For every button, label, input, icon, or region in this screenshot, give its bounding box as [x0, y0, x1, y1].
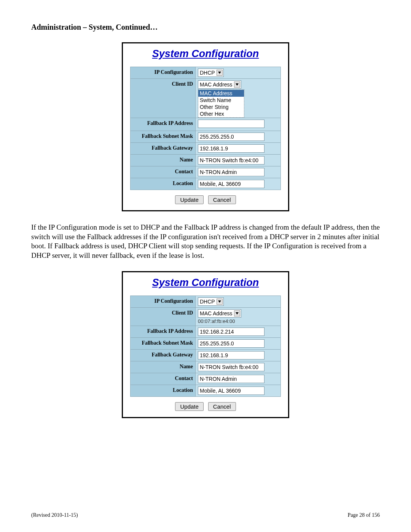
location-input[interactable]: Mobile, AL 36609 [198, 180, 264, 188]
dropdown-option[interactable]: Other String [198, 104, 244, 110]
label-fallback-ip: Fallback IP Address [131, 326, 196, 337]
dropdown-option[interactable]: Switch Name [198, 97, 244, 104]
dropdown-option[interactable]: MAC Address [198, 90, 244, 97]
cancel-button[interactable]: Cancel [208, 195, 236, 204]
row-name: Name N-TRON Switch fb:e4:00 [131, 155, 281, 166]
client-id-dropdown[interactable]: MAC Address Switch Name Other String Oth… [198, 89, 244, 118]
contact-input[interactable]: N-TRON Admin [198, 375, 264, 383]
label-name: Name [131, 155, 196, 166]
contact-input[interactable]: N-TRON Admin [198, 168, 264, 176]
label-fallback-ip: Fallback IP Address [131, 118, 196, 131]
row-location: Location Mobile, AL 36609 [131, 385, 281, 396]
row-fallback-gateway: Fallback Gateway 192.168.1.9 [131, 349, 281, 361]
row-contact: Contact N-TRON Admin [131, 166, 281, 178]
config-table-1: IP Configuration DHCP Client ID MAC Addr… [130, 67, 281, 190]
row-fallback-mask: Fallback Subnet Mask 255.255.255.0 [131, 337, 281, 349]
row-fallback-gateway: Fallback Gateway 192.168.1.9 [131, 143, 281, 155]
svg-marker-0 [218, 72, 221, 74]
label-location: Location [131, 178, 196, 190]
row-fallback-mask: Fallback Subnet Mask 255.255.255.0 [131, 131, 281, 143]
row-fallback-ip: Fallback IP Address 192.168.2.214 [131, 326, 281, 337]
config-panel-1: System Configuration IP Configuration DH… [122, 42, 289, 211]
update-button[interactable]: Update [175, 195, 203, 204]
client-id-select[interactable]: MAC Address [198, 309, 241, 318]
client-id-select[interactable]: MAC Address [198, 80, 241, 89]
row-location: Location Mobile, AL 36609 [131, 178, 281, 190]
chevron-down-icon [217, 70, 223, 76]
footer-page: Page 28 of 156 [348, 512, 380, 518]
label-fallback-mask: Fallback Subnet Mask [131, 131, 196, 143]
fallback-mask-input[interactable]: 255.255.255.0 [198, 133, 264, 141]
ip-configuration-select[interactable]: DHCP [198, 69, 224, 77]
label-location: Location [131, 385, 196, 396]
row-name: Name N-TRON Switch fb:e4:00 [131, 361, 281, 373]
fallback-mask-input[interactable]: 255.255.255.0 [198, 339, 264, 348]
dropdown-option[interactable]: Other Hex [198, 110, 244, 117]
label-name: Name [131, 361, 196, 373]
row-contact: Contact N-TRON Admin [131, 373, 281, 385]
config-table-2: IP Configuration DHCP Client ID MAC Addr… [130, 296, 281, 397]
fallback-ip-input[interactable]: 192.168.2.214 [198, 328, 264, 336]
label-client-id: Client ID [131, 307, 196, 326]
row-fallback-ip: Fallback IP Address [131, 118, 281, 131]
label-contact: Contact [131, 373, 196, 385]
select-value: DHCP [200, 299, 215, 305]
label-fallback-gateway: Fallback Gateway [131, 143, 196, 155]
panel-title: System Configuration [127, 48, 284, 60]
label-ip-configuration: IP Configuration [131, 67, 196, 79]
label-client-id: Client ID [131, 79, 196, 118]
select-value: MAC Address [200, 310, 233, 316]
svg-marker-2 [218, 300, 221, 303]
client-id-subtext: 00:07:af:fb:e4:00 [198, 318, 278, 324]
body-paragraph: If the IP Configuration mode is set to D… [31, 223, 380, 260]
label-fallback-gateway: Fallback Gateway [131, 349, 196, 361]
config-panel-2: System Configuration IP Configuration DH… [122, 271, 289, 418]
fallback-gateway-input[interactable]: 192.168.1.9 [198, 351, 264, 359]
label-fallback-mask: Fallback Subnet Mask [131, 337, 196, 349]
ip-configuration-select[interactable]: DHCP [198, 297, 224, 306]
row-client-id: Client ID MAC Address MAC Address Switch… [131, 79, 281, 118]
select-value: DHCP [200, 70, 215, 76]
row-client-id: Client ID MAC Address 00:07:af:fb:e4:00 [131, 307, 281, 326]
row-ip-configuration: IP Configuration DHCP [131, 296, 281, 307]
update-button[interactable]: Update [175, 402, 203, 411]
location-input[interactable]: Mobile, AL 36609 [198, 387, 264, 395]
chevron-down-icon [234, 81, 240, 88]
name-input[interactable]: N-TRON Switch fb:e4:00 [198, 363, 264, 371]
name-input[interactable]: N-TRON Switch fb:e4:00 [198, 156, 264, 165]
label-contact: Contact [131, 166, 196, 178]
panel-title: System Configuration [127, 277, 284, 289]
fallback-gateway-input[interactable]: 192.168.1.9 [198, 144, 264, 153]
chevron-down-icon [234, 310, 240, 316]
section-heading: Administration – System, Continued… [31, 23, 380, 32]
page-footer: (Revised 2010-11-15) Page 28 of 156 [31, 512, 380, 518]
select-value: MAC Address [200, 81, 233, 88]
cancel-button[interactable]: Cancel [208, 402, 236, 411]
chevron-down-icon [217, 299, 223, 305]
label-ip-configuration: IP Configuration [131, 296, 196, 307]
svg-marker-1 [236, 83, 239, 86]
footer-revised: (Revised 2010-11-15) [31, 512, 78, 518]
row-ip-configuration: IP Configuration DHCP [131, 67, 281, 79]
fallback-ip-input[interactable] [198, 120, 264, 128]
svg-marker-3 [236, 312, 239, 315]
